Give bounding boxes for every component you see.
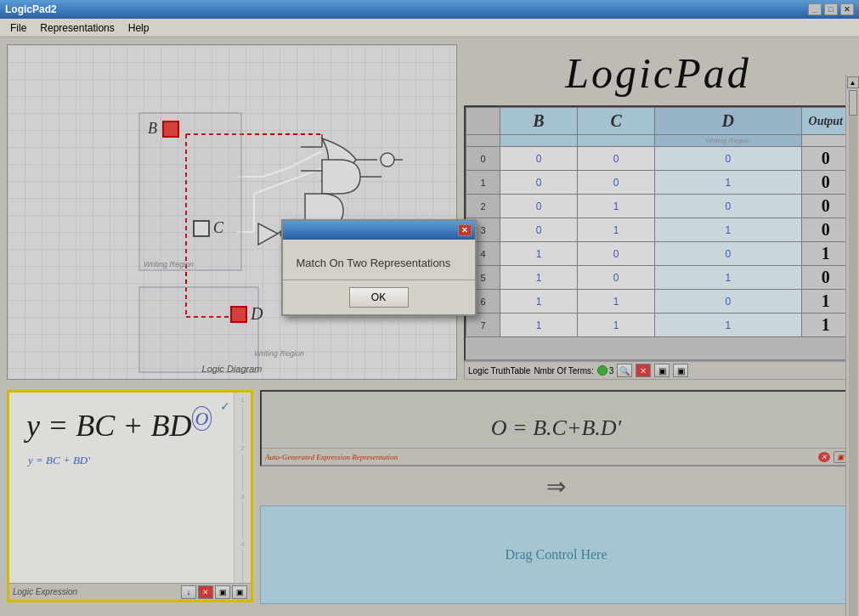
modal-footer: OK — [283, 280, 475, 314]
close-button[interactable]: ✕ — [840, 3, 854, 15]
title-controls[interactable]: _ □ ✕ — [808, 3, 854, 15]
modal-overlay: ✕ Match On Two Representations OK — [0, 37, 859, 616]
menu-help[interactable]: Help — [122, 20, 156, 36]
app-title: LogicPad2 — [5, 3, 57, 15]
title-bar: LogicPad2 _ □ ✕ — [0, 0, 859, 19]
maximize-button[interactable]: □ — [824, 3, 838, 15]
modal-close-button[interactable]: ✕ — [458, 224, 472, 236]
menu-representations[interactable]: Representations — [33, 20, 121, 36]
menu-file[interactable]: File — [3, 20, 33, 36]
modal-message: Match On Two Representations — [297, 257, 451, 269]
title-left: LogicPad2 — [5, 3, 57, 15]
modal-ok-button[interactable]: OK — [349, 287, 409, 308]
main-content: B C D Writing Region Writing Region Logi… — [0, 37, 859, 616]
modal-titlebar: ✕ — [283, 221, 475, 240]
modal-body: Match On Two Representations — [283, 240, 475, 280]
modal-dialog: ✕ Match On Two Representations OK — [281, 219, 477, 316]
menu-bar: File Representations Help — [0, 19, 859, 37]
minimize-button[interactable]: _ — [808, 3, 822, 15]
